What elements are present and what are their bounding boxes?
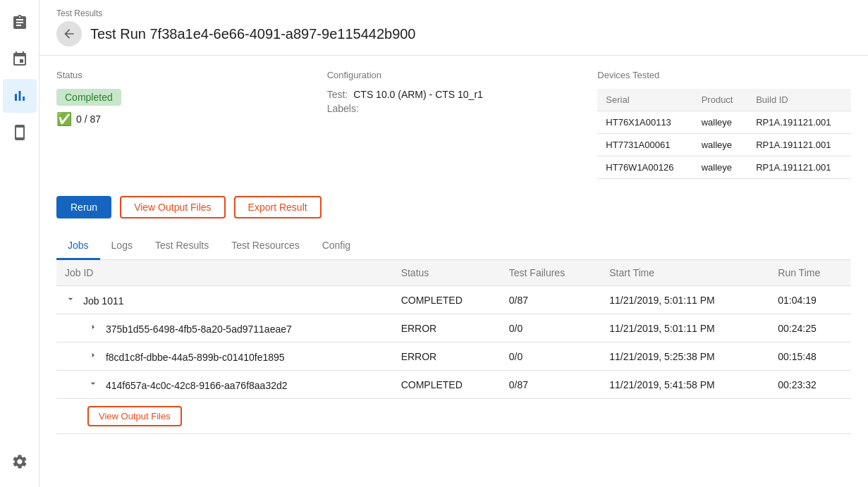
- devices-table: Serial Product Build ID HT76X1A00113 wal…: [597, 89, 851, 179]
- pass-count-value: 0 / 87: [76, 113, 101, 125]
- view-output-files-inline-button[interactable]: View Output Files: [87, 406, 182, 426]
- job-run-time-cell: 00:23:32: [769, 371, 851, 399]
- breadcrumb: Test Results: [56, 8, 851, 18]
- header: Test Results Test Run 7f38a1e4-6e66-4091…: [39, 0, 868, 56]
- job-failures-cell: 0/0: [501, 343, 601, 371]
- tab-config[interactable]: Config: [311, 233, 362, 260]
- status-badge: Completed: [56, 89, 121, 106]
- view-output-row: View Output Files: [56, 399, 851, 434]
- device-build-id: RP1A.191121.001: [747, 134, 851, 156]
- jobs-col-id: Job ID: [56, 260, 393, 286]
- jobs-table-row: Job 1011 COMPLETED 0/87 11/21/2019, 5:01…: [56, 286, 851, 314]
- jobs-col-failures: Test Failures: [501, 260, 601, 286]
- info-section: Status Completed ✅ 0 / 87 Configuration …: [56, 70, 851, 179]
- test-label: Test:: [327, 89, 348, 100]
- devices-col-product: Product: [693, 89, 748, 111]
- devices-col-build: Build ID: [747, 89, 851, 111]
- status-heading: Status: [56, 70, 310, 80]
- sidebar-item-calendar[interactable]: [3, 42, 37, 76]
- devices-heading: Devices Tested: [597, 70, 851, 80]
- actions-bar: Rerun View Output Files Export Result: [56, 196, 851, 218]
- tab-test-results[interactable]: Test Results: [144, 233, 220, 260]
- job-status-cell: COMPLETED: [393, 371, 501, 399]
- device-serial: HT76W1A00126: [597, 156, 692, 179]
- job-status-cell: COMPLETED: [393, 286, 501, 314]
- jobs-col-status: Status: [393, 260, 501, 286]
- view-output-files-button[interactable]: View Output Files: [120, 196, 225, 218]
- expand-icon[interactable]: [87, 350, 99, 361]
- jobs-table-row: 414f657a-4c0c-42c8-9166-aa76f8aa32d2 COM…: [56, 371, 851, 399]
- tabs-bar: Jobs Logs Test Results Test Resources Co…: [56, 233, 851, 260]
- labels-label: Labels:: [327, 103, 359, 114]
- expand-icon[interactable]: [87, 378, 99, 389]
- device-build-id: RP1A.191121.001: [747, 156, 851, 179]
- check-circle-icon: ✅: [56, 111, 72, 127]
- test-value: CTS 10.0 (ARM) - CTS 10_r1: [353, 89, 483, 100]
- tab-logs[interactable]: Logs: [100, 233, 144, 260]
- jobs-table-row: f8cd1c8f-dbbe-44a5-899b-c01410fe1895 ERR…: [56, 343, 851, 371]
- config-test-row: Test: CTS 10.0 (ARM) - CTS 10_r1: [327, 89, 581, 100]
- job-failures-cell: 0/87: [501, 286, 601, 314]
- devices-table-row: HT7731A00061 walleye RP1A.191121.001: [597, 134, 851, 156]
- job-start-time-cell: 11/21/2019, 5:01:11 PM: [601, 314, 769, 343]
- device-product: walleye: [693, 134, 748, 156]
- job-run-time-cell: 00:15:48: [769, 343, 851, 371]
- job-id-cell: Job 1011: [56, 286, 393, 314]
- status-block: Status Completed ✅ 0 / 87: [56, 70, 310, 179]
- pass-count: ✅ 0 / 87: [56, 111, 310, 127]
- job-id-value: 375b1d55-6498-4fb5-8a20-5ad9711aeae7: [106, 323, 292, 335]
- tab-jobs[interactable]: Jobs: [56, 233, 100, 260]
- jobs-table: Job ID Status Test Failures Start Time R…: [56, 260, 851, 434]
- devices-block: Devices Tested Serial Product Build ID H…: [597, 70, 851, 179]
- back-button[interactable]: [56, 21, 82, 47]
- job-failures-cell: 0/87: [501, 371, 601, 399]
- config-block: Configuration Test: CTS 10.0 (ARM) - CTS…: [327, 70, 581, 179]
- sidebar-item-phone[interactable]: [3, 116, 37, 149]
- job-status-cell: ERROR: [393, 314, 501, 343]
- main-content: Test Results Test Run 7f38a1e4-6e66-4091…: [39, 0, 868, 487]
- job-run-time-cell: 00:24:25: [769, 314, 851, 343]
- devices-col-serial: Serial: [597, 89, 692, 111]
- page-title: Test Run 7f38a1e4-6e66-4091-a897-9e11544…: [90, 26, 416, 42]
- devices-table-row: HT76X1A00113 walleye RP1A.191121.001: [597, 111, 851, 134]
- sidebar-item-settings[interactable]: [3, 445, 37, 479]
- device-build-id: RP1A.191121.001: [747, 111, 851, 134]
- job-start-time-cell: 11/21/2019, 5:01:11 PM: [601, 286, 769, 314]
- device-serial: HT7731A00061: [597, 134, 692, 156]
- view-output-cell: View Output Files: [56, 399, 851, 434]
- device-serial: HT76X1A00113: [597, 111, 692, 134]
- job-id-cell: 414f657a-4c0c-42c8-9166-aa76f8aa32d2: [56, 371, 393, 399]
- sidebar-item-chart[interactable]: [3, 79, 37, 113]
- export-result-button[interactable]: Export Result: [234, 196, 322, 218]
- job-start-time-cell: 11/21/2019, 5:41:58 PM: [601, 371, 769, 399]
- config-heading: Configuration: [327, 70, 581, 80]
- job-id-value: Job 1011: [83, 295, 124, 307]
- devices-table-row: HT76W1A00126 walleye RP1A.191121.001: [597, 156, 851, 179]
- config-labels-row: Labels:: [327, 103, 581, 114]
- job-id-value: 414f657a-4c0c-42c8-9166-aa76f8aa32d2: [106, 380, 288, 391]
- content-area: Status Completed ✅ 0 / 87 Configuration …: [39, 56, 868, 487]
- sidebar: [0, 0, 39, 487]
- jobs-col-runtime: Run Time: [769, 260, 851, 286]
- job-id-cell: f8cd1c8f-dbbe-44a5-899b-c01410fe1895: [56, 343, 393, 371]
- job-status-cell: ERROR: [393, 343, 501, 371]
- collapse-icon[interactable]: [65, 293, 76, 304]
- expand-icon[interactable]: [87, 321, 99, 333]
- job-run-time-cell: 01:04:19: [769, 286, 851, 314]
- tab-test-resources[interactable]: Test Resources: [220, 233, 310, 260]
- job-failures-cell: 0/0: [501, 314, 601, 343]
- device-product: walleye: [693, 111, 748, 134]
- job-id-cell: 375b1d55-6498-4fb5-8a20-5ad9711aeae7: [56, 314, 393, 343]
- job-start-time-cell: 11/21/2019, 5:25:38 PM: [601, 343, 769, 371]
- device-product: walleye: [693, 156, 748, 179]
- jobs-table-row: 375b1d55-6498-4fb5-8a20-5ad9711aeae7 ERR…: [56, 314, 851, 343]
- job-id-value: f8cd1c8f-dbbe-44a5-899b-c01410fe1895: [106, 352, 285, 363]
- jobs-table-container: Job ID Status Test Failures Start Time R…: [56, 260, 851, 434]
- rerun-button[interactable]: Rerun: [56, 196, 111, 218]
- sidebar-item-clipboard[interactable]: [3, 6, 37, 39]
- jobs-col-start: Start Time: [601, 260, 769, 286]
